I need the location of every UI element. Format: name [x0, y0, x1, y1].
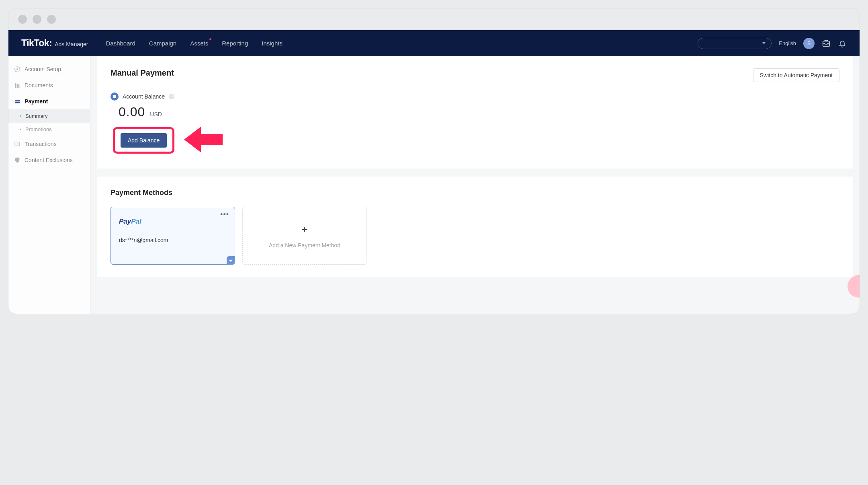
switch-automatic-button[interactable]: Switch to Automatic Payment	[753, 68, 839, 82]
browser-window: TikTok: Ads Manager Dashboard Campaign A…	[8, 8, 860, 314]
balance-label: Account Balance	[123, 93, 165, 100]
sidebar-item-label: Payment	[25, 98, 48, 105]
nav-insights[interactable]: Insights	[262, 40, 283, 47]
brand[interactable]: TikTok: Ads Manager	[21, 38, 88, 49]
language-selector[interactable]: English	[779, 40, 796, 46]
pin-icon[interactable]	[227, 256, 235, 264]
annotation-arrow-icon	[184, 124, 224, 156]
balance-currency: USD	[150, 111, 162, 117]
app-container: TikTok: Ads Manager Dashboard Campaign A…	[8, 30, 860, 314]
annotation-highlight: Add Balance	[113, 127, 174, 154]
add-balance-button[interactable]: Add Balance	[121, 133, 167, 148]
nav-dashboard[interactable]: Dashboard	[106, 40, 135, 47]
top-nav: TikTok: Ads Manager Dashboard Campaign A…	[8, 30, 860, 56]
nav-items: Dashboard Campaign Assets Reporting Insi…	[106, 40, 283, 47]
sidebar-item-content-exclusions[interactable]: Content Exclusions	[8, 152, 90, 168]
nav-reporting[interactable]: Reporting	[222, 40, 248, 47]
balance-label-row: Account Balance ?	[111, 92, 839, 101]
wallet-icon	[14, 98, 20, 105]
app-body: Account Setup Documents Payment Summary	[8, 56, 860, 314]
balance-panel: Manual Payment Switch to Automatic Payme…	[97, 56, 853, 169]
sidebar-sub-summary[interactable]: Summary	[8, 109, 90, 123]
status-dot-icon	[20, 115, 21, 117]
svg-marker-10	[184, 127, 223, 152]
sidebar-item-payment[interactable]: Payment	[8, 93, 90, 109]
gear-icon	[14, 66, 20, 72]
window-title-bar	[8, 8, 860, 30]
svg-rect-0	[823, 41, 830, 46]
sidebar-sub-label: Summary	[25, 113, 48, 119]
add-balance-row: Add Balance	[113, 124, 839, 156]
account-selector[interactable]	[698, 38, 772, 49]
shield-icon	[14, 157, 20, 163]
chevron-down-icon	[762, 42, 766, 44]
page-title: Manual Payment	[111, 68, 174, 78]
balance-amount-row: 0.00 USD	[119, 105, 839, 119]
window-maximize-dot[interactable]	[47, 15, 56, 24]
help-icon[interactable]: ?	[169, 94, 174, 99]
svg-point-8	[17, 144, 18, 145]
svg-point-1	[16, 68, 18, 70]
svg-rect-4	[18, 84, 20, 88]
sidebar-item-label: Transactions	[25, 141, 57, 147]
svg-rect-6	[15, 101, 20, 102]
paypal-logo: PayPal	[119, 218, 227, 226]
balance-icon	[111, 92, 119, 101]
payment-card-email: ds****n@gmail.com	[119, 237, 227, 243]
add-payment-method-card[interactable]: + Add a New Payment Method	[242, 207, 367, 265]
sidebar-item-transactions[interactable]: Transactions	[8, 136, 90, 152]
card-menu-icon[interactable]: •••	[220, 210, 229, 219]
balance-amount: 0.00	[119, 105, 145, 119]
svg-rect-9	[113, 95, 116, 98]
paypal-logo-pay: Pay	[119, 218, 131, 225]
documents-icon	[14, 82, 20, 88]
nav-assets[interactable]: Assets	[190, 40, 208, 47]
sidebar-item-label: Content Exclusions	[25, 157, 73, 163]
transactions-icon	[14, 141, 20, 147]
nav-right: English S	[698, 38, 847, 49]
main-content: Manual Payment Switch to Automatic Payme…	[90, 56, 860, 314]
brand-subtitle: Ads Manager	[55, 41, 88, 47]
sidebar-item-account-setup[interactable]: Account Setup	[8, 61, 90, 77]
sidebar-sub-label: Promotions	[25, 126, 52, 132]
sidebar-sub-promotions[interactable]: Promotions	[8, 123, 90, 136]
bell-icon[interactable]	[838, 39, 847, 48]
payment-methods-panel: Payment Methods ••• PayPal ds****n@gmail…	[97, 177, 853, 277]
sidebar-item-label: Documents	[25, 82, 53, 88]
panel-header: Manual Payment Switch to Automatic Payme…	[111, 68, 839, 82]
payment-cards-row: ••• PayPal ds****n@gmail.com + Add a New…	[111, 207, 839, 265]
svg-rect-3	[17, 84, 18, 88]
nav-campaign[interactable]: Campaign	[149, 40, 176, 47]
brand-logo: TikTok:	[21, 38, 52, 49]
status-dot-icon	[20, 129, 21, 130]
sidebar-item-label: Account Setup	[25, 66, 61, 72]
payment-card-paypal[interactable]: ••• PayPal ds****n@gmail.com	[111, 207, 235, 265]
payment-methods-title: Payment Methods	[111, 189, 839, 197]
plus-icon: +	[301, 223, 307, 236]
paypal-logo-pal: Pal	[131, 218, 141, 225]
add-payment-method-label: Add a New Payment Method	[269, 242, 340, 249]
svg-rect-2	[15, 83, 16, 88]
avatar[interactable]: S	[803, 38, 815, 49]
sidebar-sublist: Summary Promotions	[8, 109, 90, 136]
inbox-icon[interactable]	[822, 39, 831, 48]
window-close-dot[interactable]	[18, 15, 27, 24]
sidebar: Account Setup Documents Payment Summary	[8, 56, 90, 314]
sidebar-item-documents[interactable]: Documents	[8, 77, 90, 93]
window-minimize-dot[interactable]	[33, 15, 41, 24]
